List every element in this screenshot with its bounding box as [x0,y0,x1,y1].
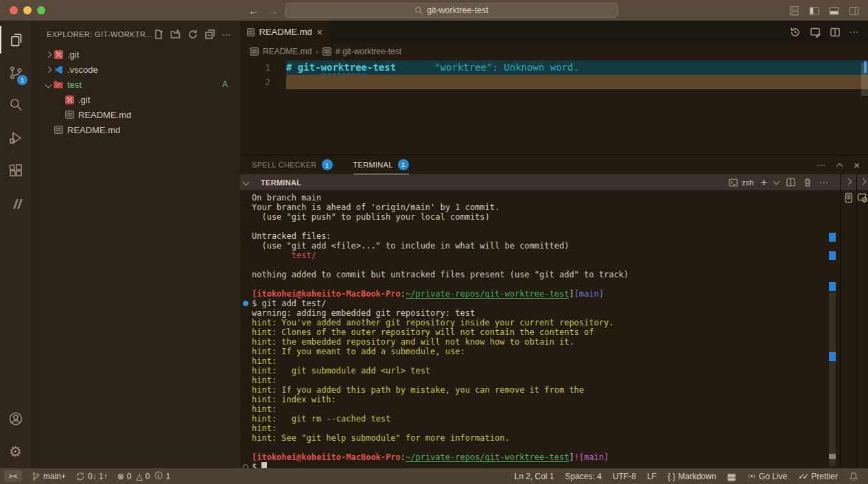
editor-scrollbar[interactable] [861,63,868,96]
tab-terminal[interactable]: TERMINAL 1 [353,155,409,174]
vscode-window: ← → git-worktree-test 1 [0,0,868,484]
status-bar: >< main+ 0↓ 1↑ ⊗0 △0 ⓘ1 Ln 2, Col 1 Spac… [0,468,868,484]
split-editor-icon[interactable] [830,27,841,38]
panel-tab-label: TERMINAL [353,161,393,169]
spell-checker-badge: 1 [322,159,333,170]
terminal-line [240,260,828,270]
prettier-status[interactable]: ✓✓ Prettier [798,472,838,481]
kill-terminal-icon[interactable] [803,177,812,187]
tree-item-vscode-folder[interactable]: .vscode [31,62,240,77]
terminal-dropdown-icon[interactable] [773,178,780,185]
customize-layout-icon[interactable] [788,5,800,16]
settings-button[interactable]: ⚙ [0,438,31,465]
panel-tab-label: SPELL CHECKER [252,161,317,169]
terminal-line: hint: See "git help submodule" for more … [240,433,828,443]
terminal-line: warning: adding embedded git repository:… [240,308,828,318]
sidebar-item-source-control[interactable]: 1 [0,59,31,87]
new-terminal-icon[interactable]: + [761,176,767,189]
maximize-window-button[interactable] [37,6,45,14]
vscode-icon [54,65,63,74]
new-folder-icon[interactable] [170,29,181,40]
terminal-scrollbar[interactable] [828,155,837,468]
tree-item-git-folder[interactable]: .git [31,47,240,62]
toggle-primary-sidebar-icon[interactable] [808,5,820,16]
terminal-view-title: TERMINAL [261,178,301,187]
minimize-window-button[interactable] [23,6,32,14]
chevron-right-icon [45,51,51,58]
misspelled-word: worktree [321,62,367,73]
refresh-icon[interactable] [187,29,198,40]
terminal-line: hint: [240,376,828,385]
editor-group: README.md × ⋯ README.md › # git-worktree… [240,21,868,154]
terminal-line: hint: [240,356,828,366]
terminal-badge: 1 [398,159,409,170]
breadcrumb-symbol[interactable]: # git-worktree-test [336,47,401,56]
toggle-panel-icon[interactable] [828,5,840,16]
chevron-right-icon [859,178,866,185]
collapsed-task-view[interactable] [856,174,868,468]
close-panel-icon[interactable]: × [854,159,860,171]
command-decoration-mark [829,352,836,361]
git-branch-status[interactable]: main+ [32,472,66,481]
shell-label: zsh [742,178,754,187]
toggle-secondary-sidebar-icon[interactable] [848,5,860,16]
slashes-icon [8,196,24,212]
back-button[interactable]: ← [248,5,259,16]
cursor-position[interactable]: Ln 2, Col 1 [514,472,554,481]
terminal-scrollbar-thumb[interactable] [829,292,836,466]
terminal-output[interactable]: On branch mainYour branch is ahead of 'o… [240,190,828,468]
open-preview-icon[interactable] [810,27,821,38]
sync-status[interactable]: 0↓ 1↑ [75,472,108,481]
terminal-line: hint: git rm --cached test [240,414,828,424]
sidebar-item-extensions[interactable] [0,157,31,185]
new-file-icon[interactable] [153,29,164,40]
symbol-icon [322,47,331,56]
remote-indicator[interactable]: >< [4,470,22,482]
eol-sequence[interactable]: LF [647,472,657,481]
tree-item-root-readme[interactable]: README.md [31,122,240,137]
sidebar-item-explorer[interactable] [0,26,31,54]
code-line-1: 1 # git-worktree-test"worktree": Unknown… [240,60,868,75]
explorer-header-title: EXPLORER: GIT-WORKTR... [47,30,153,38]
notifications-bell-icon[interactable] [849,472,858,481]
indentation[interactable]: Spaces: 4 [565,472,602,481]
tree-item-nested-git[interactable]: .git [31,92,240,107]
accounts-button[interactable] [0,405,31,433]
go-live-button[interactable]: Go Live [747,472,787,481]
markdown-file-icon [65,111,74,119]
maximize-panel-icon[interactable] [836,163,843,170]
editor-more-actions-icon[interactable]: ⋯ [849,27,858,37]
code-line-2: 2 [240,75,868,89]
terminal-line [240,279,828,289]
sidebar-item-custom-extension[interactable] [0,190,31,218]
tab-readme[interactable]: README.md × [240,21,329,43]
chevron-down-icon[interactable] [243,179,250,186]
branch-icon [32,472,40,481]
language-mode[interactable]: { } Markdown [668,472,716,481]
chevron-right-icon [845,178,852,185]
collapse-all-icon[interactable] [204,29,215,40]
sidebar-item-search[interactable] [0,91,31,119]
terminal-line: Untracked files: [240,231,828,241]
forward-button[interactable]: → [268,5,279,16]
tab-spell-checker[interactable]: SPELL CHECKER 1 [252,155,333,174]
tree-item-test-folder[interactable]: test A [31,77,240,92]
encoding[interactable]: UTF-8 [613,472,636,481]
problems-status[interactable]: ⊗0 △0 ⓘ1 [117,470,170,482]
views-more-actions-icon[interactable]: ⋯ [222,30,231,40]
command-decoration-icon[interactable] [243,301,248,306]
tree-item-nested-readme[interactable]: README.md [31,107,240,122]
titlebar: ← → git-worktree-test [0,0,868,21]
panel-more-actions-icon[interactable]: ⋯ [817,160,825,170]
command-center-search[interactable]: git-worktree-test [285,3,618,18]
close-tab-icon[interactable]: × [317,27,322,38]
breadcrumb-file[interactable]: README.md [263,47,312,56]
code-area[interactable]: 1 # git-worktree-test"worktree": Unknown… [240,60,868,89]
active-terminal-session[interactable]: zsh [728,178,754,187]
grid-extension-icon[interactable]: ▦ [727,471,736,482]
timeline-icon[interactable] [790,27,801,38]
sidebar-item-run-debug[interactable] [0,124,31,152]
split-terminal-icon[interactable] [786,177,796,187]
close-window-button[interactable] [10,6,18,14]
collapsed-output-view[interactable] [840,174,856,468]
